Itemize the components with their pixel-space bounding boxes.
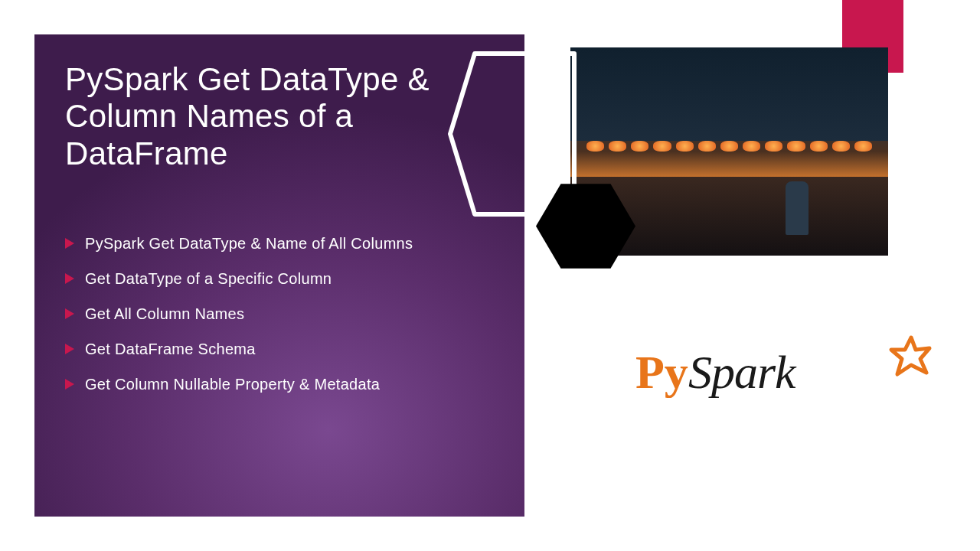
logo-py-text: Py <box>635 348 688 396</box>
list-item: Get Column Nullable Property & Metadata <box>65 374 494 394</box>
bullet-triangle-icon <box>65 273 74 284</box>
logo-spark-text: Spark <box>688 348 795 396</box>
list-item-label: Get Column Nullable Property & Metadata <box>85 374 380 394</box>
list-item: Get DataType of a Specific Column <box>65 269 494 289</box>
bullet-triangle-icon <box>65 344 74 354</box>
bullet-list: PySpark Get DataType & Name of All Colum… <box>65 233 494 394</box>
bullet-triangle-icon <box>65 238 74 249</box>
star-icon <box>888 334 934 380</box>
list-item-label: Get All Column Names <box>85 304 244 324</box>
bullet-triangle-icon <box>65 379 74 390</box>
pyspark-logo: Py Spark <box>635 348 926 396</box>
list-item: Get All Column Names <box>65 304 494 324</box>
list-item: PySpark Get DataType & Name of All Colum… <box>65 233 494 253</box>
photo-lanterns <box>586 141 873 152</box>
list-item-label: Get DataFrame Schema <box>85 339 256 359</box>
list-item: Get DataFrame Schema <box>65 339 494 359</box>
photo-sky <box>570 47 888 141</box>
photo-person <box>786 181 808 235</box>
list-item-label: PySpark Get DataType & Name of All Colum… <box>85 233 413 253</box>
bullet-triangle-icon <box>65 308 74 319</box>
list-item-label: Get DataType of a Specific Column <box>85 269 332 289</box>
slide-title: PySpark Get DataType & Column Names of a… <box>65 61 494 172</box>
